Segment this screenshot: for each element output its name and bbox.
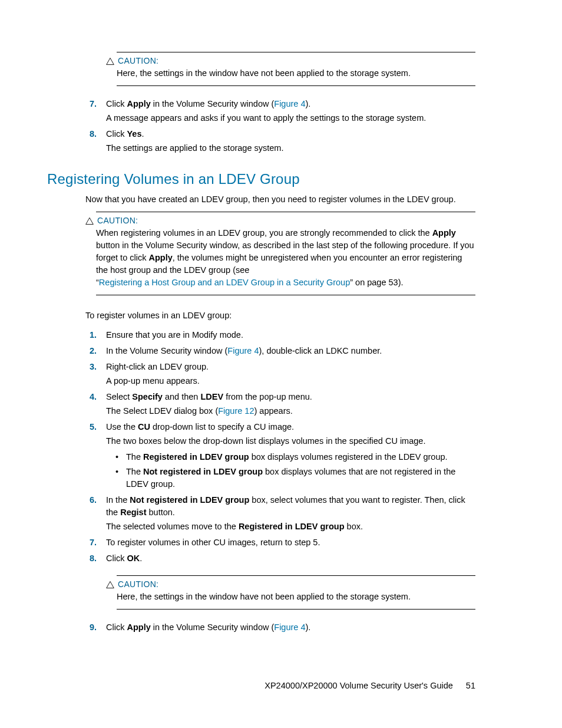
caution-box: CAUTION: Here, the settings in the windo… bbox=[106, 575, 475, 610]
step-5: 5. Use the CU drop-down list to specify … bbox=[90, 421, 475, 490]
step-9: 9. Click Apply in the Volume Security wi… bbox=[90, 621, 475, 634]
procedure-lead: To register volumes in an LDEV group: bbox=[85, 309, 475, 322]
document-page: CAUTION: Here, the settings in the windo… bbox=[0, 0, 562, 726]
step-7: 7. To register volumes in other CU image… bbox=[90, 536, 475, 549]
step-text: Use the CU drop-down list to specify a C… bbox=[106, 422, 294, 431]
step-number: 5. bbox=[90, 421, 97, 433]
footer-title: XP24000/XP20000 Volume Security User's G… bbox=[265, 681, 453, 690]
step-text: To register volumes in other CU images, … bbox=[106, 538, 320, 547]
step-text: Click Apply in the Volume Security windo… bbox=[106, 622, 310, 632]
step-body: A pop-up menu appears. bbox=[106, 375, 475, 387]
step-list-continued: 9. Click Apply in the Volume Security wi… bbox=[90, 621, 475, 634]
step-1: 1. Ensure that you are in Modify mode. bbox=[90, 329, 475, 341]
page-number: 51 bbox=[466, 681, 475, 690]
caution-body: Here, the settings in the window have no… bbox=[117, 591, 475, 603]
svg-marker-1 bbox=[86, 218, 94, 224]
step-text: Select Specify and then LDEV from the po… bbox=[106, 392, 312, 401]
section-heading: Registering Volumes in an LDEV Group bbox=[47, 171, 475, 187]
page-footer: XP24000/XP20000 Volume Security User's G… bbox=[47, 681, 475, 690]
step-text: Right-click an LDEV group. bbox=[106, 362, 209, 371]
step-2: 2. In the Volume Security window (Figure… bbox=[90, 345, 475, 357]
step-text: In the Not registered in LDEV group box,… bbox=[106, 495, 465, 517]
step-body: The two boxes below the drop-down list d… bbox=[106, 435, 475, 447]
figure-link[interactable]: Figure 12 bbox=[218, 406, 254, 416]
section-intro: Now that you have created an LDEV group,… bbox=[85, 193, 475, 206]
step-list-prior: 7. Click Apply in the Volume Security wi… bbox=[90, 98, 475, 154]
bullet-list: The Registered in LDEV group box display… bbox=[115, 451, 475, 490]
step-text: Click Yes. bbox=[106, 129, 144, 139]
svg-marker-2 bbox=[107, 582, 114, 588]
step-body: The settings are applied to the storage … bbox=[106, 142, 475, 154]
figure-link[interactable]: Figure 4 bbox=[274, 99, 305, 108]
step-8: 8. Click OK. bbox=[90, 552, 475, 565]
step-text: Click OK. bbox=[106, 554, 142, 563]
step-number: 6. bbox=[90, 494, 97, 506]
cross-reference-link[interactable]: Registering a Host Group and an LDEV Gro… bbox=[99, 278, 350, 287]
bullet-item: The Registered in LDEV group box display… bbox=[115, 451, 475, 463]
step-8: 8. Click Yes. The settings are applied t… bbox=[90, 128, 475, 154]
step-number: 9. bbox=[90, 621, 97, 634]
step-7: 7. Click Apply in the Volume Security wi… bbox=[90, 98, 475, 124]
caution-box: CAUTION: Here, the settings in the windo… bbox=[106, 52, 475, 86]
step-number: 4. bbox=[90, 391, 97, 403]
step-number: 2. bbox=[90, 345, 97, 357]
step-number: 7. bbox=[90, 98, 97, 110]
caution-body: Here, the settings in the window have no… bbox=[117, 67, 475, 80]
step-body: The Select LDEV dialog box (Figure 12) a… bbox=[106, 405, 475, 417]
svg-marker-0 bbox=[107, 58, 114, 64]
step-text: Click Apply in the Volume Security windo… bbox=[106, 99, 310, 108]
caution-triangle-icon bbox=[106, 581, 114, 589]
step-number: 8. bbox=[90, 128, 97, 140]
step-body: A message appears and asks if you want t… bbox=[106, 112, 475, 124]
step-text: In the Volume Security window (Figure 4)… bbox=[106, 346, 382, 355]
bullet-item: The Not registered in LDEV group box dis… bbox=[115, 466, 475, 490]
caution-label: CAUTION: bbox=[97, 216, 138, 225]
step-6: 6. In the Not registered in LDEV group b… bbox=[90, 494, 475, 533]
step-list-main: 1. Ensure that you are in Modify mode. 2… bbox=[90, 329, 475, 565]
caution-box: CAUTION: When registering volumes in an … bbox=[85, 212, 475, 295]
step-number: 3. bbox=[90, 361, 97, 373]
step-number: 1. bbox=[90, 329, 97, 341]
caution-body: When registering volumes in an LDEV grou… bbox=[96, 227, 475, 289]
step-body: The selected volumes move to the Registe… bbox=[106, 521, 475, 533]
step-number: 8. bbox=[90, 552, 97, 565]
figure-link[interactable]: Figure 4 bbox=[274, 622, 305, 632]
step-text: Ensure that you are in Modify mode. bbox=[106, 330, 243, 340]
caution-triangle-icon bbox=[85, 217, 94, 225]
caution-triangle-icon bbox=[106, 57, 114, 65]
figure-link[interactable]: Figure 4 bbox=[227, 346, 259, 355]
step-3: 3. Right-click an LDEV group. A pop-up m… bbox=[90, 361, 475, 387]
step-4: 4. Select Specify and then LDEV from the… bbox=[90, 391, 475, 417]
step-number: 7. bbox=[90, 536, 97, 549]
caution-label: CAUTION: bbox=[118, 579, 158, 589]
caution-label: CAUTION: bbox=[118, 56, 158, 65]
